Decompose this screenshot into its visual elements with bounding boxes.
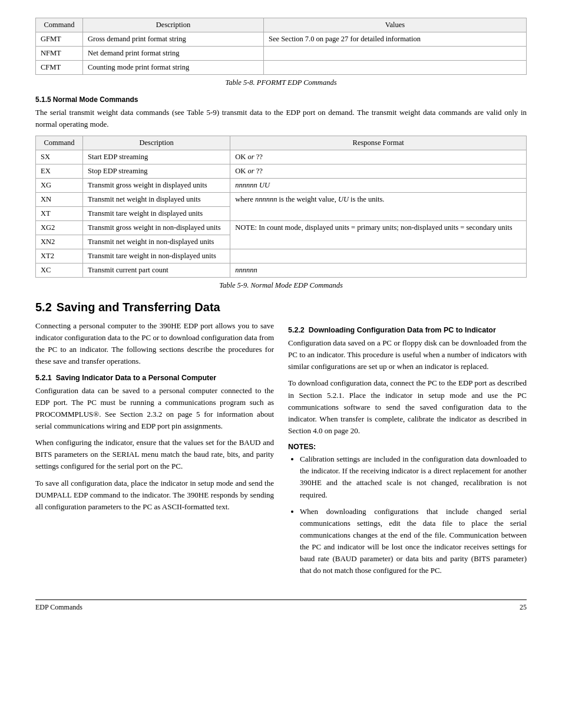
- section-522-body2: To download configuration data, connect …: [288, 377, 527, 437]
- table-row: XGTransmit gross weight in displayed uni…: [36, 179, 527, 193]
- table1-caption: Table 5-8. PFORMT EDP Commands: [35, 78, 527, 87]
- table-row: GFMTGross demand print format stringSee …: [36, 32, 527, 47]
- table-row: NFMTNet demand print format string: [36, 47, 527, 61]
- table-row: EXStop EDP streamingOK or ??: [36, 164, 527, 179]
- section-521-heading: 5.2.1 Saving Indicator Data to a Persona…: [35, 374, 274, 382]
- page-footer: EDP Commands 25: [35, 599, 527, 612]
- table-row: SXStart EDP streamingOK or ??: [36, 150, 527, 164]
- col-header-values: Values: [263, 18, 526, 32]
- table-row: XT2Transmit tare weight in non-displayed…: [36, 249, 527, 263]
- left-column: Connecting a personal computer to the 39…: [35, 320, 274, 582]
- table2-caption: Table 5-9. Normal Mode EDP Commands: [35, 281, 527, 290]
- section-521-body3: To save all configuration data, place th…: [35, 477, 274, 513]
- section-515-body: The serial transmit weight data commands…: [35, 107, 527, 130]
- two-column-layout: Connecting a personal computer to the 39…: [35, 320, 527, 582]
- table-row: CFMTCounting mode print format string: [36, 61, 527, 75]
- normal-mode-table: Command Description Response Format SXSt…: [35, 136, 527, 278]
- section-522-body1: Configuration data saved on a PC or flop…: [288, 337, 527, 373]
- col-header-command: Command: [36, 18, 83, 32]
- notes-label: NOTES:: [288, 443, 527, 451]
- table-row: XNTransmit net weight in displayed units…: [36, 193, 527, 207]
- col2-header-description: Description: [83, 136, 230, 150]
- note-item: When downloading configurations that inc…: [300, 506, 527, 577]
- section-515-heading: 5.1.5 Normal Mode Commands: [35, 95, 527, 104]
- right-column: 5.2.2 Downloading Configuration Data fro…: [288, 320, 527, 582]
- notes-list: Calibration settings are included in the…: [288, 453, 527, 577]
- col-header-description: Description: [83, 18, 264, 32]
- footer-right: 25: [520, 603, 527, 612]
- section-521-body2: When configuring the indicator, ensure t…: [35, 437, 274, 472]
- table-row: XG2Transmit gross weight in non-displaye…: [36, 221, 527, 235]
- section-52-heading: 5.2Saving and Transferring Data: [35, 301, 527, 314]
- section-522-heading: 5.2.2 Downloading Configuration Data fro…: [288, 326, 527, 334]
- col2-header-response: Response Format: [230, 136, 527, 150]
- note-item: Calibration settings are included in the…: [300, 453, 527, 501]
- col2-header-command: Command: [36, 136, 83, 150]
- section-52-intro: Connecting a personal computer to the 39…: [35, 320, 274, 368]
- section-521-body1: Configuration data can be saved to a per…: [35, 385, 274, 433]
- pformt-table: Command Description Values GFMTGross dem…: [35, 18, 527, 75]
- table-row: XCTransmit current part countnnnnnn: [36, 263, 527, 278]
- footer-left: EDP Commands: [35, 603, 82, 612]
